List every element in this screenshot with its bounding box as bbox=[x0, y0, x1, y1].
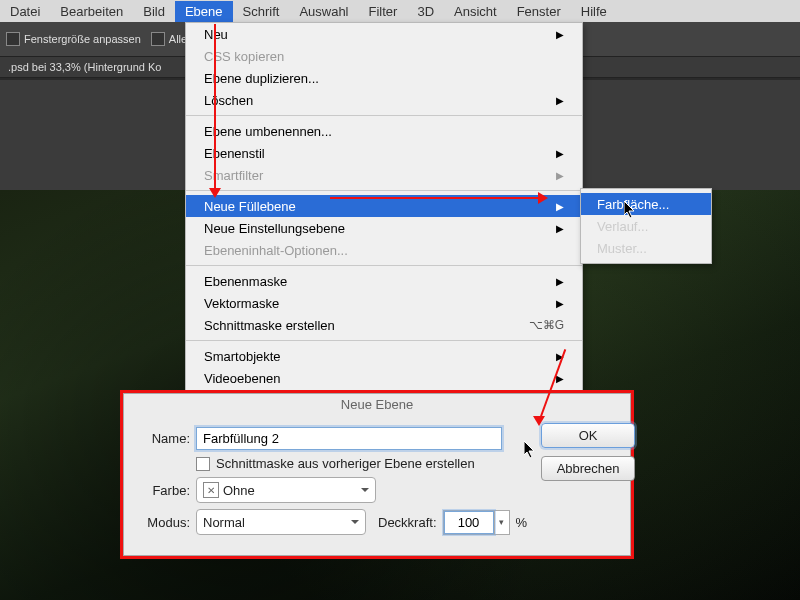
menu-item[interactable]: Ebenenmaske▶ bbox=[186, 270, 582, 292]
clip-mask-label: Schnittmaske aus vorheriger Ebene erstel… bbox=[216, 456, 475, 471]
menu-item[interactable]: Ebene duplizieren... bbox=[186, 67, 582, 89]
menu-item-label: Ebenenmaske bbox=[204, 274, 287, 289]
chevron-right-icon: ▶ bbox=[556, 170, 564, 181]
menu-schrift[interactable]: Schrift bbox=[233, 1, 290, 22]
chevron-right-icon: ▶ bbox=[556, 373, 564, 384]
menu-item-label: Ebenenstil bbox=[204, 146, 265, 161]
menu-item-label: Neu bbox=[204, 27, 228, 42]
chevron-right-icon: ▶ bbox=[556, 298, 564, 309]
chevron-right-icon: ▶ bbox=[556, 223, 564, 234]
menu-ebene[interactable]: Ebene bbox=[175, 1, 233, 22]
menu-item-label: Ebeneninhalt-Optionen... bbox=[204, 243, 348, 258]
menu-item-label: Vektormaske bbox=[204, 296, 279, 311]
checkbox-icon bbox=[6, 32, 20, 46]
blend-mode-value: Normal bbox=[203, 515, 245, 530]
menu-item: CSS kopieren bbox=[186, 45, 582, 67]
opacity-input[interactable] bbox=[444, 511, 494, 534]
name-label: Name: bbox=[136, 431, 190, 446]
opacity-label: Deckkraft: bbox=[378, 515, 437, 530]
menu-hilfe[interactable]: Hilfe bbox=[571, 1, 617, 22]
dialog-title: Neue Ebene bbox=[124, 394, 630, 415]
menu-item[interactable]: Videoebenen▶ bbox=[186, 367, 582, 389]
menu-fenster[interactable]: Fenster bbox=[507, 1, 571, 22]
menu-item-label: Ebene umbenennen... bbox=[204, 124, 332, 139]
shortcut-label: ⌥⌘G bbox=[529, 318, 564, 332]
chevron-right-icon: ▶ bbox=[556, 95, 564, 106]
fit-window-label: Fenstergröße anpassen bbox=[24, 33, 141, 45]
menu-datei[interactable]: Datei bbox=[0, 1, 50, 22]
menu-item-label: CSS kopieren bbox=[204, 49, 284, 64]
menu-filter[interactable]: Filter bbox=[359, 1, 408, 22]
cancel-button[interactable]: Abbrechen bbox=[541, 456, 635, 481]
menu-ansicht[interactable]: Ansicht bbox=[444, 1, 507, 22]
menu-item-label: Smartobjekte bbox=[204, 349, 281, 364]
menu-item-label: Neue Füllebene bbox=[204, 199, 296, 214]
submenu-item[interactable]: Muster... bbox=[581, 237, 711, 259]
menu-item[interactable]: Smartobjekte▶ bbox=[186, 345, 582, 367]
menu-item[interactable]: Neu▶ bbox=[186, 23, 582, 45]
color-label: Farbe: bbox=[136, 483, 190, 498]
menubar: DateiBearbeitenBildEbeneSchriftAuswahlFi… bbox=[0, 0, 800, 22]
chevron-right-icon: ▶ bbox=[556, 29, 564, 40]
color-select-value: Ohne bbox=[223, 483, 255, 498]
mode-label: Modus: bbox=[136, 515, 190, 530]
submenu-item[interactable]: Verlauf... bbox=[581, 215, 711, 237]
blend-mode-select[interactable]: Normal bbox=[196, 509, 366, 535]
menu-item[interactable]: Schnittmaske erstellen⌥⌘G bbox=[186, 314, 582, 336]
menu-item-label: Videoebenen bbox=[204, 371, 280, 386]
ok-button[interactable]: OK bbox=[541, 423, 635, 448]
checkbox-icon[interactable] bbox=[196, 457, 210, 471]
menu-item: Ebeneninhalt-Optionen... bbox=[186, 239, 582, 261]
menu-item-label: Neue Einstellungsebene bbox=[204, 221, 345, 236]
menu-bearbeiten[interactable]: Bearbeiten bbox=[50, 1, 133, 22]
submenu-item[interactable]: Farbfläche... bbox=[581, 193, 711, 215]
menu-auswahl[interactable]: Auswahl bbox=[289, 1, 358, 22]
fit-window-toggle[interactable]: Fenstergröße anpassen bbox=[6, 32, 141, 46]
menu-item-label: Löschen bbox=[204, 93, 253, 108]
menu-item[interactable]: Löschen▶ bbox=[186, 89, 582, 111]
layer-name-input[interactable] bbox=[196, 427, 502, 450]
color-select[interactable]: ✕ Ohne bbox=[196, 477, 376, 503]
chevron-right-icon: ▶ bbox=[556, 351, 564, 362]
menu-bild[interactable]: Bild bbox=[133, 1, 175, 22]
new-fill-layer-submenu: Farbfläche...Verlauf...Muster... bbox=[580, 188, 712, 264]
menu-item-label: Ebene duplizieren... bbox=[204, 71, 319, 86]
chevron-right-icon: ▶ bbox=[556, 276, 564, 287]
menu-3d[interactable]: 3D bbox=[407, 1, 444, 22]
chevron-down-icon[interactable]: ▾ bbox=[494, 511, 509, 534]
percent-label: % bbox=[516, 515, 528, 530]
menu-item-label: Smartfilter bbox=[204, 168, 263, 183]
chevron-right-icon: ▶ bbox=[556, 201, 564, 212]
new-layer-dialog: Neue Ebene Name: Schnittmaske aus vorher… bbox=[123, 393, 631, 556]
chevron-right-icon: ▶ bbox=[556, 148, 564, 159]
menu-item[interactable]: Ebene umbenennen... bbox=[186, 120, 582, 142]
menu-item: Smartfilter▶ bbox=[186, 164, 582, 186]
menu-item[interactable]: Ebenenstil▶ bbox=[186, 142, 582, 164]
opacity-stepper[interactable]: ▾ bbox=[443, 510, 510, 535]
none-color-icon: ✕ bbox=[203, 482, 219, 498]
menu-item[interactable]: Neue Füllebene▶ bbox=[186, 195, 582, 217]
dialog-highlight: Neue Ebene Name: Schnittmaske aus vorher… bbox=[120, 390, 634, 559]
menu-item[interactable]: Neue Einstellungsebene▶ bbox=[186, 217, 582, 239]
menu-item-label: Schnittmaske erstellen bbox=[204, 318, 335, 333]
checkbox-icon bbox=[151, 32, 165, 46]
menu-item[interactable]: Vektormaske▶ bbox=[186, 292, 582, 314]
